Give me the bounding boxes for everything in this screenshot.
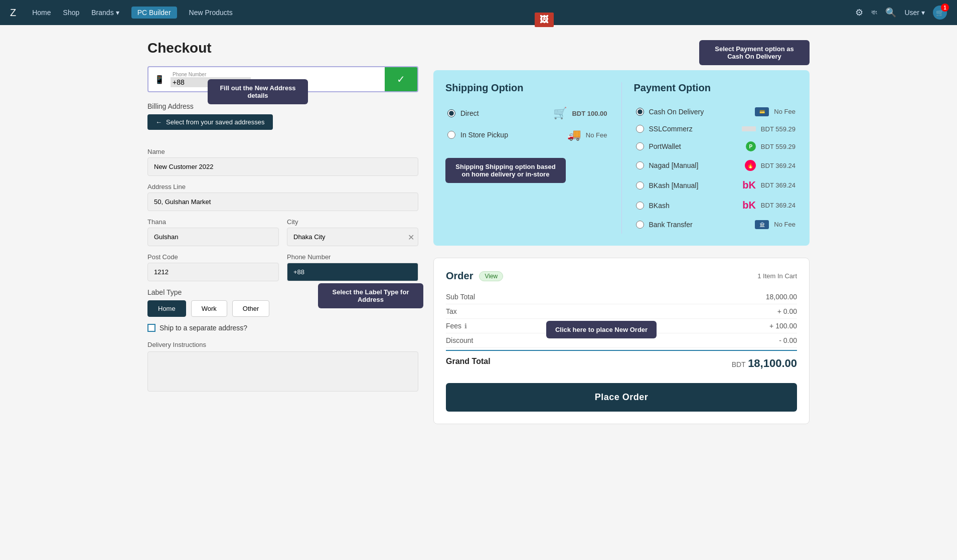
postcode-input[interactable]: [147, 263, 279, 281]
ssl-icon: [742, 125, 756, 133]
phone-confirm-button[interactable]: ✓: [385, 67, 417, 91]
billing-phone-label: Phone Number: [287, 253, 418, 261]
thana-input[interactable]: [147, 228, 279, 246]
payment-bank-row: Bank Transfer 🏦 No Fee: [634, 216, 798, 234]
payment-bank-price: No Fee: [774, 221, 795, 228]
name-input[interactable]: [147, 157, 418, 176]
logo-icon: 🖼: [540, 15, 549, 25]
shipping-instore-row: In Store Pickup 🚚 No Fee: [445, 124, 609, 146]
bank-icon: 🏦: [755, 220, 769, 229]
subtotal-value: 18,000.00: [766, 293, 797, 301]
subtotal-label: Sub Total: [446, 293, 475, 301]
payment-bkash-manual-label: BKash [Manual]: [649, 181, 738, 190]
cart-button[interactable]: 🛒 1: [933, 6, 947, 20]
settings-icon[interactable]: ⚙: [855, 7, 863, 18]
nav-shop[interactable]: Shop: [63, 9, 80, 17]
delivery-instructions-section: Delivery Instructions: [147, 341, 418, 393]
nagad-icon: 🔥: [745, 160, 756, 171]
tax-label: Tax: [446, 307, 457, 315]
arrow-left-icon: ←: [155, 118, 162, 126]
shipping-instore-price: No Fee: [586, 131, 607, 139]
phone-row: 📱 Phone Number ✓: [147, 66, 418, 92]
city-input[interactable]: [287, 228, 418, 246]
nav-logo: Z: [10, 7, 16, 19]
payment-bank-radio[interactable]: [636, 221, 644, 229]
grand-total-row: Grand Total BDT 18,100.00 Click here to …: [446, 350, 797, 373]
postcode-group: Post Code: [147, 253, 279, 281]
place-order-button[interactable]: Place Order: [446, 383, 797, 412]
order-view-button[interactable]: View: [479, 271, 503, 281]
ship-separate-checkbox[interactable]: [147, 324, 155, 332]
label-type-label: Label Type: [147, 288, 418, 296]
user-chevron-icon: ▾: [921, 9, 925, 17]
postcode-label: Post Code: [147, 253, 279, 261]
billing-phone-group: Phone Number: [287, 253, 418, 281]
nav-pc-builder[interactable]: PC Builder: [131, 7, 177, 19]
billing-phone-input[interactable]: [287, 263, 418, 281]
card-icon: 💳: [755, 107, 769, 116]
payment-nagad-radio[interactable]: [636, 161, 644, 169]
user-menu[interactable]: User ▾: [904, 9, 925, 17]
payment-nagad-row: Nagad [Manual] 🔥 BDT 369.24: [634, 156, 798, 175]
payment-portwallet-price: BDT 559.29: [761, 143, 795, 150]
nav-home[interactable]: Home: [32, 9, 51, 17]
page-title: Checkout: [147, 40, 418, 56]
payment-bank-label: Bank Transfer: [649, 221, 750, 229]
grand-total-label: Grand Total: [446, 357, 491, 370]
payment-ssl-row: SSLCommerz BDT 559.29: [634, 121, 798, 137]
saved-addresses-button[interactable]: ← Select from your saved addresses: [147, 114, 273, 130]
payment-bkash-manual-row: BKash [Manual] bK BDT 369.24: [634, 175, 798, 196]
order-summary: Order View 1 Item In Cart Sub Total 18,0…: [433, 258, 810, 424]
fees-value: + 100.00: [769, 322, 797, 330]
city-label: City: [287, 218, 418, 226]
clear-city-icon[interactable]: ✕: [408, 232, 414, 242]
shipping-direct-radio[interactable]: [447, 109, 455, 117]
name-label: Name: [147, 148, 418, 155]
search-icon[interactable]: 🔍: [885, 7, 896, 18]
shipping-instore-radio[interactable]: [447, 131, 455, 139]
ship-separate-row: Ship to a separate address?: [147, 324, 418, 332]
address-group: Address Line: [147, 183, 418, 211]
label-work-button[interactable]: Work: [191, 300, 227, 317]
label-home-button[interactable]: Home: [147, 300, 186, 317]
checkout-options-box: Shipping Option Direct 🛒 BDT 100.00 In S…: [433, 70, 810, 246]
payment-nagad-label: Nagad [Manual]: [649, 161, 740, 169]
delivery-instructions-label: Delivery Instructions: [147, 341, 418, 348]
fees-label: Fees: [446, 322, 461, 330]
payment-portwallet-label: PortWallet: [649, 142, 741, 150]
navigation: Z Home Shop Brands ▾ PC Builder New Prod…: [0, 0, 957, 25]
delivery-textarea[interactable]: [147, 351, 418, 392]
tax-value: + 0.00: [777, 307, 797, 315]
payment-cod-row: Cash On Delivery 💳 No Fee: [634, 103, 798, 121]
payment-bkash-price: BDT 369.24: [761, 202, 795, 209]
phone-field-label: Phone Number: [171, 72, 385, 77]
right-panel: Select Payment option as Cash On Deliver…: [433, 40, 810, 424]
user-label: User: [904, 9, 919, 17]
city-group: City ✕: [287, 218, 418, 246]
shipping-direct-label: Direct: [460, 109, 548, 117]
label-type-buttons: Home Work Other: [147, 300, 418, 317]
payment-portwallet-radio[interactable]: [636, 142, 644, 150]
subtotal-row: Sub Total 18,000.00: [446, 290, 797, 304]
order-title: Order: [446, 270, 473, 282]
site-logo-center: 🖼: [535, 13, 554, 27]
address-input[interactable]: [147, 193, 418, 211]
truck-icon: 🚚: [567, 128, 581, 141]
discount-label: Discount: [446, 336, 473, 344]
bdt-prefix: BDT: [732, 360, 746, 368]
payment-bkash-manual-radio[interactable]: [636, 181, 644, 190]
info-icon: ℹ: [464, 322, 467, 330]
thana-group: Thana: [147, 218, 279, 246]
payment-ssl-radio[interactable]: [636, 125, 644, 133]
shipping-title: Shipping Option: [445, 82, 609, 94]
language-toggle[interactable]: বাং: [871, 9, 877, 17]
payment-bkash-label: BKash: [649, 202, 738, 210]
shipping-direct-price: BDT 100.00: [572, 110, 607, 117]
payment-bkash-radio[interactable]: [636, 202, 644, 210]
nav-new-products[interactable]: New Products: [189, 9, 233, 17]
shipping-tooltip: Shipping Shipping option based on home d…: [445, 158, 566, 183]
label-other-button[interactable]: Other: [232, 300, 270, 317]
nav-brands[interactable]: Brands ▾: [91, 9, 119, 17]
phone-input[interactable]: [171, 77, 251, 87]
payment-cod-radio[interactable]: [636, 108, 644, 116]
